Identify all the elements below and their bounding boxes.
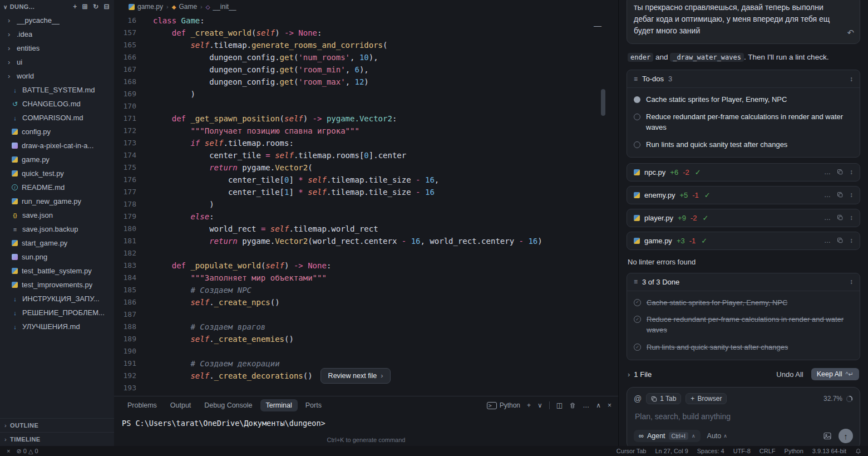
line-number[interactable]: 175	[114, 161, 153, 174]
bell-icon[interactable]	[855, 448, 861, 454]
line-number[interactable]: 176	[114, 174, 153, 186]
panel-tab-ports[interactable]: Ports	[300, 399, 327, 411]
new-file-icon[interactable]: +	[73, 3, 77, 11]
shell-selector[interactable]: >_ Python	[487, 401, 520, 409]
line-number[interactable]: 172	[114, 125, 153, 137]
code-line[interactable]: 188# Создаем врагов	[114, 321, 618, 333]
folder-item-entities[interactable]: ›entities	[0, 41, 114, 55]
terminal-output[interactable]: PS C:\Users\tarat\OneDrive\Документы\dun…	[114, 414, 618, 428]
file-item-game.py[interactable]: game.py	[0, 153, 114, 166]
terminal-prompt[interactable]: PS C:\Users\tarat\OneDrive\Документы\dun…	[122, 419, 618, 428]
status-3.9.13-64-bit[interactable]: 3.9.13 64-bit	[812, 448, 846, 454]
code-line[interactable]: 189self._create_enemies()	[114, 333, 618, 345]
code-line[interactable]: 192self._create_decorations()Review next…	[114, 370, 618, 382]
file-item-решение_проблем...[interactable]: ↓РЕШЕНИЕ_ПРОБЛЕМ...	[0, 306, 114, 320]
file-item-test_improvements.py[interactable]: test_improvements.py	[0, 278, 114, 292]
code-line[interactable]: 184"""Заполняет мир объектами"""	[114, 272, 618, 284]
done-item[interactable]: ✓Reduce redundant per-frame calculations…	[627, 311, 860, 339]
line-number[interactable]: 174	[114, 149, 153, 161]
expand-icon[interactable]: ↕	[850, 75, 853, 83]
editor-scrollbar[interactable]	[601, 89, 605, 116]
file-item-test_battle_system.py[interactable]: test_battle_system.py	[0, 264, 114, 278]
line-number[interactable]: 181	[114, 235, 153, 247]
code-line[interactable]: 181return pygame.Vector2(world_rect.cent…	[114, 235, 618, 247]
file-item-battle_system.md[interactable]: ↓BATTLE_SYSTEM.md	[0, 83, 114, 97]
done-header[interactable]: ≡ 3 of 3 Done ↕	[627, 273, 860, 291]
collapse-all-icon[interactable]: ⊟	[104, 3, 110, 11]
status-utf-8[interactable]: UTF-8	[733, 448, 751, 454]
expand-icon[interactable]: ↕	[850, 168, 853, 176]
folder-item-__pycache__[interactable]: ›__pycache__	[0, 13, 114, 27]
status-cursor-tab[interactable]: Cursor Tab	[617, 448, 647, 454]
image-icon[interactable]	[823, 432, 832, 440]
more-actions-icon[interactable]: …	[824, 191, 831, 199]
undo-all-button[interactable]: Undo All	[776, 370, 803, 379]
todo-item[interactable]: Cache static sprites for Player, Enemy, …	[627, 91, 860, 109]
breadcrumb-item-__init__[interactable]: ◇__init__	[206, 3, 236, 11]
line-number[interactable]: 168	[114, 76, 153, 88]
line-number[interactable]: 183	[114, 259, 153, 272]
status-crlf[interactable]: CRLF	[760, 448, 776, 454]
model-selector[interactable]: Auto ∧	[707, 432, 727, 440]
status-spaces-4[interactable]: Spaces: 4	[697, 448, 724, 454]
line-number[interactable]: 188	[114, 321, 153, 333]
problems-indicator[interactable]: ⊘ 0 △ 0	[16, 448, 38, 455]
file-item-start_game.py[interactable]: start_game.py	[0, 236, 114, 250]
line-number[interactable]: 166	[114, 51, 153, 63]
line-number[interactable]: 157	[114, 27, 153, 39]
copy-icon[interactable]	[837, 214, 844, 221]
folder-item-ui[interactable]: ›ui	[0, 55, 114, 69]
code-line[interactable]: 185# Создаем NPC	[114, 284, 618, 296]
line-number[interactable]: 182	[114, 247, 153, 259]
code-line[interactable]: 174center_tile = self.tilemap.rooms[0].c…	[114, 149, 618, 161]
file-change-row-enemy.py[interactable]: enemy.py+5-1✓…↕	[627, 186, 860, 204]
undo-icon[interactable]: ↶	[847, 27, 854, 40]
mention-icon[interactable]: @	[634, 394, 642, 403]
file-item-run_new_game.py[interactable]: run_new_game.py	[0, 194, 114, 208]
file-change-row-npc.py[interactable]: npc.py+6-2✓…↕	[627, 163, 860, 182]
more-actions-icon[interactable]: …	[824, 237, 831, 244]
line-number[interactable]: 179	[114, 210, 153, 223]
panel-tab-problems[interactable]: Problems	[122, 399, 162, 411]
code-line[interactable]: 187	[114, 308, 618, 321]
file-item-config.py[interactable]: config.py	[0, 125, 114, 139]
line-number[interactable]: 177	[114, 186, 153, 198]
line-number[interactable]: 180	[114, 223, 153, 235]
line-number[interactable]: 184	[114, 272, 153, 284]
breadcrumb-item-game.py[interactable]: game.py	[129, 3, 163, 11]
copy-icon[interactable]	[837, 237, 844, 244]
line-number[interactable]: 187	[114, 308, 153, 321]
expand-icon[interactable]: ↕	[850, 214, 853, 222]
code-line[interactable]: 166dungeon_config.get('num_rooms', 10),	[114, 51, 618, 63]
status-python[interactable]: Python	[785, 448, 803, 454]
code-line[interactable]: 172"""Получает позицию спавна игрока"""	[114, 125, 618, 137]
timeline-section[interactable]: › TIMELINE	[0, 432, 114, 446]
expand-icon[interactable]: ↕	[850, 278, 853, 286]
line-number[interactable]: 169	[114, 88, 153, 100]
file-item-comparison.md[interactable]: ↓COMPARISON.md	[0, 111, 114, 125]
file-item-save.json.backup[interactable]: ≡save.json.backup	[0, 222, 114, 236]
keep-all-button[interactable]: Keep All ^↵	[811, 368, 859, 380]
tab-context-chip[interactable]: 1 Tab	[646, 393, 681, 404]
code-line[interactable]: 186self._create_npcs()	[114, 296, 618, 308]
copy-icon[interactable]	[837, 192, 844, 198]
folder-item-.idea[interactable]: ›.idea	[0, 27, 114, 41]
split-terminal-icon[interactable]: ◫	[556, 401, 563, 409]
line-number[interactable]: 16	[114, 14, 153, 27]
composer-input[interactable]: Plan, search, build anything	[635, 412, 852, 421]
code-line[interactable]: 16class Game:	[114, 14, 618, 27]
code-line[interactable]: 178)	[114, 198, 618, 210]
code-line[interactable]: 168dungeon_config.get('room_max', 12)	[114, 76, 618, 88]
code-line[interactable]: 170	[114, 100, 618, 112]
line-number[interactable]: 192	[114, 370, 153, 382]
file-item-save.json[interactable]: {}save.json	[0, 208, 114, 222]
file-item-readme.md[interactable]: iREADME.md	[0, 180, 114, 194]
maximize-panel-icon[interactable]: ∧	[596, 401, 601, 409]
code-line[interactable]: 167dungeon_config.get('room_min', 6),	[114, 63, 618, 76]
code-line[interactable]: 179else:	[114, 210, 618, 223]
panel-tab-debug-console[interactable]: Debug Console	[199, 399, 258, 411]
more-actions-icon[interactable]: …	[824, 168, 831, 176]
close-panel-icon[interactable]: ×	[608, 401, 611, 409]
todo-item[interactable]: Reduce redundant per-frame calculations …	[627, 109, 860, 136]
code-line[interactable]: 176center_tile[0] * self.tilemap.tile_si…	[114, 174, 618, 186]
